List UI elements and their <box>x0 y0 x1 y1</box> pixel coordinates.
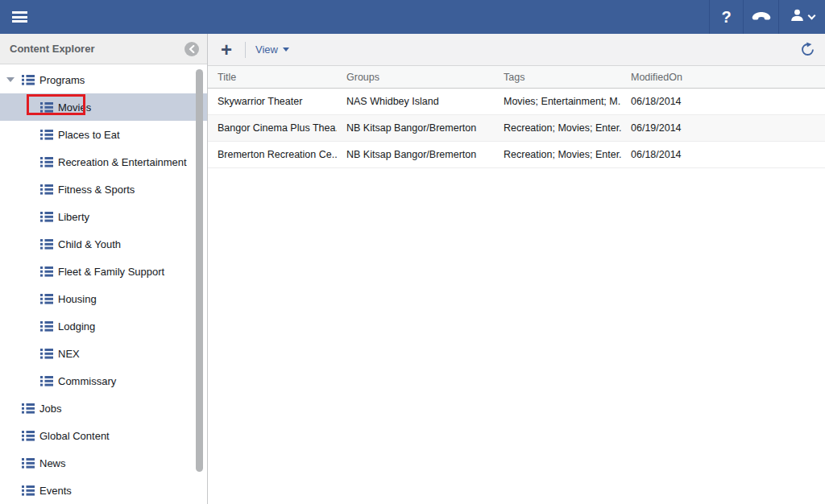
sidebar-item-label: Fitness & Sports <box>58 184 135 196</box>
cell-tags: Recreation; Movies; Enter... <box>494 149 621 160</box>
sidebar-item-child-youth[interactable]: Child & Youth <box>0 230 207 258</box>
content-toolbar: + View <box>208 34 825 66</box>
sidebar-scrollbar[interactable] <box>196 69 203 472</box>
table-row[interactable]: Bangor Cinema Plus Thea... NB Kitsap Ban… <box>208 115 825 142</box>
list-icon <box>40 375 53 386</box>
sidebar-collapse-button[interactable] <box>184 42 199 56</box>
sidebar-title: Content Explorer <box>10 43 94 55</box>
cell-groups: NB Kitsap Bangor/Bremerton <box>337 122 494 134</box>
cell-groups: NAS Whidbey Island <box>337 96 494 107</box>
sidebar-item-label: Recreation & Entertainment <box>58 156 187 168</box>
sidebar-item-places-to-eat[interactable]: Places to Eat <box>0 121 207 148</box>
list-icon <box>40 184 53 195</box>
column-header-modifiedon[interactable]: ModifiedOn <box>621 72 825 83</box>
phone-icon <box>751 9 772 25</box>
sidebar-item-housing[interactable]: Housing <box>0 285 207 312</box>
sidebar-item-events[interactable]: Events <box>0 477 207 504</box>
cell-title: Skywarrior Theater <box>208 96 337 107</box>
sidebar-item-nex[interactable]: NEX <box>0 340 207 367</box>
sidebar-item-global-content[interactable]: Global Content <box>0 422 207 449</box>
cell-title: Bangor Cinema Plus Thea... <box>208 122 337 134</box>
column-header-groups[interactable]: Groups <box>337 72 494 83</box>
toolbar-divider <box>245 42 246 58</box>
cell-modifiedon: 06/18/2014 <box>621 149 825 160</box>
list-icon <box>22 485 35 496</box>
list-icon <box>40 129 53 140</box>
list-icon <box>40 348 53 359</box>
sidebar-item-label: Global Content <box>39 430 110 442</box>
table-header-row: Title Groups Tags ModifiedOn <box>208 66 825 89</box>
cell-title: Bremerton Recreation Ce... <box>208 149 337 160</box>
contact-button[interactable] <box>743 0 778 34</box>
top-navigation-bar: ? <box>0 0 825 34</box>
sidebar-item-label: Lodging <box>58 320 95 333</box>
sidebar-item-fitness-sports[interactable]: Fitness & Sports <box>0 176 207 203</box>
view-dropdown-label: View <box>255 43 278 56</box>
sidebar-item-label: Housing <box>58 293 97 305</box>
cell-modifiedon: 06/19/2014 <box>621 122 825 134</box>
sidebar-item-lodging[interactable]: Lodging <box>0 312 207 340</box>
sidebar-item-label: Programs <box>39 74 85 86</box>
view-dropdown-button[interactable]: View <box>255 43 289 56</box>
sidebar-item-label: Events <box>39 485 72 497</box>
menu-button[interactable] <box>0 0 39 34</box>
sidebar-item-news[interactable]: News <box>0 449 207 477</box>
refresh-button[interactable] <box>798 40 817 59</box>
cell-modifiedon: 06/18/2014 <box>621 96 825 107</box>
sidebar-item-label: NEX <box>58 348 80 360</box>
sidebar-item-label: Liberty <box>58 211 89 223</box>
user-icon <box>790 9 804 25</box>
cell-groups: NB Kitsap Bangor/Bremerton <box>337 149 494 160</box>
sidebar-item-label: Movies <box>58 101 91 114</box>
app-window: ? <box>0 0 825 504</box>
refresh-icon <box>800 42 815 57</box>
help-icon: ? <box>721 8 731 27</box>
sidebar-item-label: Child & Youth <box>58 238 121 250</box>
column-header-title[interactable]: Title <box>208 72 337 83</box>
sidebar-item-liberty[interactable]: Liberty <box>0 203 207 230</box>
sidebar-item-label: Commissary <box>58 375 116 387</box>
user-menu-button[interactable] <box>778 0 825 34</box>
column-header-tags[interactable]: Tags <box>494 72 621 83</box>
list-icon <box>22 74 35 85</box>
list-icon <box>40 211 53 222</box>
help-button[interactable]: ? <box>709 0 743 34</box>
content-explorer-sidebar: Content Explorer Programs <box>0 34 208 504</box>
list-icon <box>22 457 35 469</box>
list-icon <box>40 238 53 250</box>
add-button[interactable]: + <box>218 40 235 60</box>
list-icon <box>40 266 53 277</box>
list-icon <box>40 101 53 113</box>
sidebar-item-label: Jobs <box>39 403 61 415</box>
topbar-actions: ? <box>709 0 825 34</box>
caret-down-icon <box>283 48 289 52</box>
sidebar-item-programs[interactable]: Programs <box>0 66 207 93</box>
main-content: + View Title Groups Tags ModifiedOn <box>208 34 825 504</box>
list-icon <box>40 156 53 167</box>
expander-down-icon[interactable] <box>6 77 15 82</box>
sidebar-item-label: Fleet & Family Support <box>58 266 164 278</box>
sidebar-item-label: Places to Eat <box>58 129 120 141</box>
sidebar-item-jobs[interactable]: Jobs <box>0 395 207 422</box>
content-tree: Programs Movies Places to Eat <box>0 64 207 504</box>
sidebar-item-recreation-entertainment[interactable]: Recreation & Entertainment <box>0 148 207 176</box>
cell-tags: Movies; Entertainment; M... <box>494 96 621 107</box>
list-icon <box>22 430 35 441</box>
list-icon <box>40 293 53 304</box>
sidebar-item-commissary[interactable]: Commissary <box>0 367 207 395</box>
chevron-left-icon <box>189 45 195 53</box>
sidebar-header: Content Explorer <box>0 34 207 64</box>
hamburger-icon <box>12 10 27 25</box>
table-row[interactable]: Skywarrior Theater NAS Whidbey Island Mo… <box>208 89 825 115</box>
list-icon <box>40 320 53 332</box>
list-icon <box>22 403 35 414</box>
chevron-down-icon <box>807 11 815 19</box>
cell-tags: Recreation; Movies; Enter... <box>494 122 621 134</box>
sidebar-item-label: News <box>39 457 66 469</box>
table-row[interactable]: Bremerton Recreation Ce... NB Kitsap Ban… <box>208 142 825 168</box>
sidebar-item-movies[interactable]: Movies <box>0 93 207 121</box>
sidebar-item-fleet-family-support[interactable]: Fleet & Family Support <box>0 258 207 285</box>
